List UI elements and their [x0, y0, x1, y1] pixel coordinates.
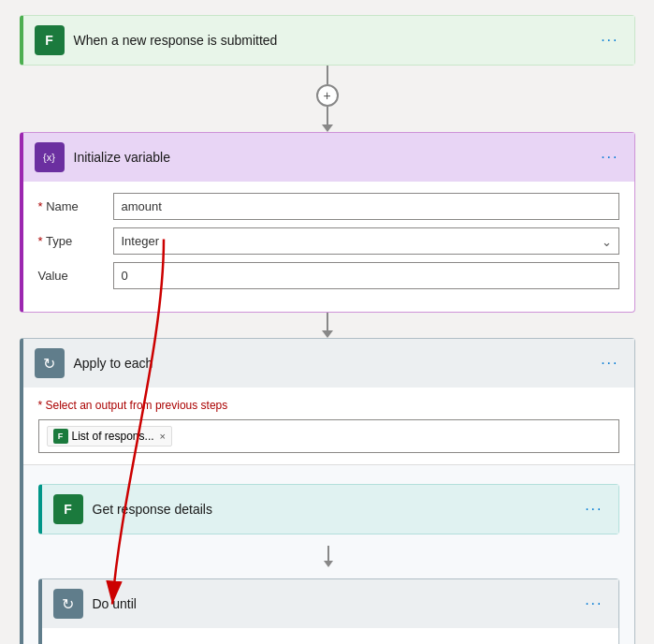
- trigger-more-button[interactable]: ···: [597, 28, 622, 52]
- value-label: Value: [38, 269, 113, 283]
- connector-1: +: [316, 66, 339, 132]
- get-response-more-button[interactable]: ···: [581, 497, 606, 521]
- type-label: * Type: [38, 234, 113, 248]
- apply-input-row[interactable]: F List of respons... ×: [38, 419, 619, 453]
- do-until-more-button[interactable]: ···: [581, 592, 606, 616]
- forms-tag-icon: F: [53, 429, 68, 444]
- do-until-body: {x} amount × is equal to is not equal to…: [42, 628, 618, 644]
- connector-line-1b: [327, 107, 328, 125]
- inner-connector-line: [327, 546, 329, 561]
- apply-select-label: * Select an output from previous steps: [38, 399, 619, 412]
- trigger-block: F When a new response is submitted ···: [20, 15, 635, 66]
- name-input[interactable]: [113, 193, 619, 220]
- do-until-title: Do until: [93, 596, 573, 611]
- name-label: * Name: [38, 199, 113, 213]
- get-response-header: F Get response details ···: [42, 485, 618, 534]
- init-variable-title: Initialize variable: [74, 150, 589, 165]
- list-response-tag: F List of respons... ×: [47, 426, 172, 446]
- do-until-icon: ↻: [53, 589, 83, 619]
- condition-row: {x} amount × is equal to is not equal to…: [57, 639, 603, 644]
- apply-each-title: Apply to each: [74, 356, 589, 371]
- trigger-icon: F: [35, 25, 65, 55]
- name-field-row: * Name: [38, 193, 619, 220]
- trigger-header: F When a new response is submitted ···: [23, 16, 634, 65]
- get-response-icon: F: [53, 494, 83, 524]
- apply-each-block: ↻ Apply to each ··· * Select an output f…: [20, 338, 635, 644]
- do-until-header: ↻ Do until ···: [42, 579, 618, 628]
- init-variable-body: * Name * Type Integer String Float Boole…: [23, 182, 634, 312]
- list-response-label: List of respons...: [72, 430, 154, 443]
- connector-line-1: [327, 66, 328, 84]
- type-field-row: * Type Integer String Float Boolean Arra…: [38, 227, 619, 255]
- add-step-button-1[interactable]: +: [316, 84, 339, 107]
- list-response-close-button[interactable]: ×: [160, 431, 166, 442]
- type-select[interactable]: Integer String Float Boolean Array Objec…: [113, 227, 619, 255]
- connector-arrow-2: [322, 330, 333, 338]
- get-response-block: F Get response details ···: [38, 484, 619, 534]
- value-field-row: Value: [38, 262, 619, 289]
- apply-each-nested: F Get response details ··· ↻ Do until: [23, 464, 634, 644]
- apply-each-body: * Select an output from previous steps F…: [23, 388, 634, 464]
- get-response-title: Get response details: [93, 502, 573, 517]
- connector-arrow-1: [322, 124, 333, 132]
- type-select-wrapper: Integer String Float Boolean Array Objec…: [113, 227, 619, 255]
- variable-icon: {x}: [35, 142, 65, 172]
- trigger-title: When a new response is submitted: [74, 33, 589, 48]
- init-variable-header: {x} Initialize variable ···: [23, 133, 634, 182]
- connector-2: [322, 313, 333, 338]
- inner-arrow: [324, 561, 333, 567]
- connector-line-2: [327, 313, 328, 331]
- apply-each-more-button[interactable]: ···: [597, 351, 622, 375]
- apply-each-icon: ↻: [35, 348, 65, 378]
- apply-each-header: ↻ Apply to each ···: [23, 339, 634, 388]
- do-until-block: ↻ Do until ··· {x} amount ×: [38, 578, 619, 644]
- value-input[interactable]: [113, 262, 619, 289]
- inner-connector: [31, 546, 627, 567]
- init-variable-more-button[interactable]: ···: [597, 145, 622, 169]
- init-variable-block: {x} Initialize variable ··· * Name * Typ…: [20, 132, 635, 313]
